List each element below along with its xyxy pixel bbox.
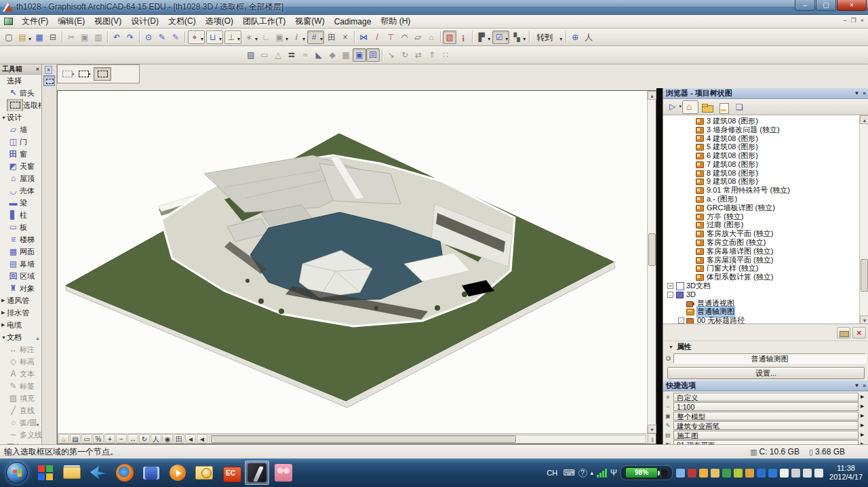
sync-tray-icon[interactable] (722, 469, 731, 478)
start-button[interactable] (3, 461, 31, 485)
contacts-app[interactable] (271, 461, 296, 485)
phone-tray-icon[interactable] (688, 469, 696, 478)
dropdown-caret-icon[interactable] (522, 31, 526, 43)
toolbox-item[interactable]: ♜ 对象 (0, 282, 41, 294)
grid-app[interactable] (33, 461, 58, 485)
wall-reference-icon[interactable]: ∟ (259, 31, 273, 44)
toolbox-item[interactable]: ∼ 多义线 (0, 429, 41, 441)
resize-icon[interactable]: ▱ (411, 31, 425, 44)
help-icon[interactable]: ? (578, 469, 587, 478)
tree-expander-icon[interactable] (688, 222, 694, 228)
menu-item[interactable]: 设计(D) (126, 14, 163, 28)
tree-expander-icon[interactable]: - (667, 292, 673, 298)
toolbox-item[interactable]: 排水管 (0, 307, 41, 319)
tree-item[interactable]: - 3D (663, 290, 859, 299)
delete-icon[interactable] (852, 327, 866, 338)
tree-item[interactable]: 方亭 (独立) (663, 212, 859, 221)
windows-explorer[interactable] (60, 461, 84, 485)
toolbox-item[interactable]: 设计 (0, 111, 41, 123)
toolbox-scroll-up-icon[interactable]: ▲ (35, 336, 40, 340)
quick-option-arrow-icon[interactable] (861, 432, 867, 437)
tree-expander-icon[interactable]: - (678, 317, 684, 324)
roof-display-icon[interactable]: △ (271, 48, 285, 62)
dropdown-caret-icon[interactable] (559, 31, 562, 43)
marquee-mode-icon[interactable]: ⌖ (188, 31, 205, 44)
toolbox-item[interactable]: ▨ 填充 (0, 392, 41, 404)
quick-option-arrow-icon[interactable] (861, 413, 867, 418)
quick-options-caption[interactable]: 快捷选项 ▼ × (663, 381, 868, 391)
pan-icon[interactable]: ↔ (127, 434, 138, 444)
quick-option-row[interactable]: ✎ 建筑专业画笔 (665, 421, 867, 430)
tree-item[interactable]: 5 建筑08 (图形) (663, 142, 859, 151)
close-button[interactable]: × (837, 0, 867, 11)
marquee-current-icon[interactable] (94, 67, 111, 81)
tree-expander-icon[interactable] (688, 265, 694, 271)
tree-expander-icon[interactable] (678, 309, 684, 315)
inject-parameters-icon[interactable]: ✎ (169, 31, 182, 44)
cut-icon[interactable]: ✂ (64, 31, 78, 44)
toolbox-item[interactable]: ◩ 天窗 (0, 160, 41, 172)
quick-options-close-icon[interactable]: × (863, 383, 866, 389)
save-icon[interactable]: ▦ (33, 31, 46, 44)
separator[interactable] (470, 31, 475, 44)
new-window-icon[interactable]: ▚ (510, 31, 527, 44)
elevate-icon[interactable]: ⇑ (425, 48, 439, 62)
tree-expander-icon[interactable] (688, 170, 694, 176)
tree-expander-icon[interactable] (688, 239, 694, 246)
collapse-icon[interactable]: ◄ (197, 434, 208, 444)
dropdown-caret-icon[interactable] (319, 31, 323, 43)
mirror-icon[interactable]: ⇄ (412, 48, 425, 62)
marquee-rectangle-icon[interactable] (77, 69, 91, 79)
tree-item[interactable]: 普通透视图 (663, 299, 859, 308)
quick-option-value[interactable]: 1:100 (673, 402, 859, 411)
separator[interactable] (182, 31, 187, 44)
trace-reference-icon[interactable]: ¡ (456, 31, 470, 44)
onscreen-view-options-icon[interactable]: ☑ (492, 31, 509, 44)
marker-display-icon[interactable]: ◆ (326, 48, 339, 62)
tree-expander-icon[interactable] (688, 248, 694, 254)
tree-item[interactable]: GRC墙板详图 (独立) (663, 203, 859, 212)
title-bar[interactable]: th1028 - Graphisoft ArchiCAD-64 15 EDU -… (0, 0, 868, 15)
redo-icon[interactable]: ↷ (123, 31, 137, 44)
marquee-display-icon[interactable]: ▧ (443, 31, 456, 44)
toolbox-item[interactable]: ╱ 直线 (0, 404, 41, 416)
view-name-field[interactable]: 普通轴测图 (673, 353, 866, 364)
tree-expander-icon[interactable]: + (667, 283, 673, 289)
flag-tray-icon[interactable] (780, 469, 789, 478)
fit-in-window-icon[interactable]: ▭ (81, 434, 92, 444)
separator[interactable] (380, 48, 384, 62)
outlook[interactable] (192, 461, 216, 485)
signal-tray-icon[interactable] (803, 469, 812, 478)
walk-mode-icon[interactable]: 人 (582, 31, 595, 44)
bluetooth-tray-icon[interactable] (757, 469, 766, 478)
split-icon[interactable]: / (370, 31, 384, 44)
mail-tray-icon[interactable] (711, 469, 719, 478)
tree-expander-icon[interactable] (688, 178, 694, 184)
menu-item[interactable]: 编辑(E) (53, 14, 90, 28)
horizontal-scroll-thumb[interactable] (211, 435, 516, 443)
qq-tray-icon[interactable] (699, 469, 708, 478)
zoom-in-icon[interactable]: + (104, 434, 115, 444)
separator[interactable] (352, 31, 357, 44)
paste-icon[interactable]: ▥ (92, 31, 105, 44)
publisher-icon[interactable] (731, 100, 747, 114)
roof-home-icon[interactable]: ⌂ (425, 31, 438, 44)
infobox-close-icon[interactable]: × (45, 66, 52, 74)
slab-display-icon[interactable]: 〓 (285, 48, 298, 62)
dropdown-caret-icon[interactable] (28, 31, 31, 43)
taskbar-clock[interactable]: 11:38 2012/4/17 (829, 464, 863, 482)
navigator-caption[interactable]: 浏览器 - 项目树状图 ▼ × (663, 88, 868, 99)
zoom-window-icon[interactable]: 田 (174, 434, 184, 444)
separator[interactable] (137, 31, 142, 44)
dropdown-caret-icon[interactable] (487, 31, 490, 43)
quick-option-value[interactable]: 自定义 (673, 393, 859, 402)
zoom-percent-icon[interactable]: % (93, 434, 104, 444)
new-file-icon[interactable]: ▢ (2, 31, 16, 44)
navigator-close-icon[interactable]: × (863, 90, 866, 96)
zoom-options-icon[interactable]: ▤ (70, 434, 81, 444)
dropdown-caret-icon[interactable] (505, 31, 508, 43)
toolbox-item[interactable]: ▤ 幕墙 (0, 258, 41, 270)
project-map-icon[interactable] (682, 100, 698, 114)
separator[interactable] (527, 31, 532, 44)
lock-tray-icon[interactable] (745, 469, 754, 478)
